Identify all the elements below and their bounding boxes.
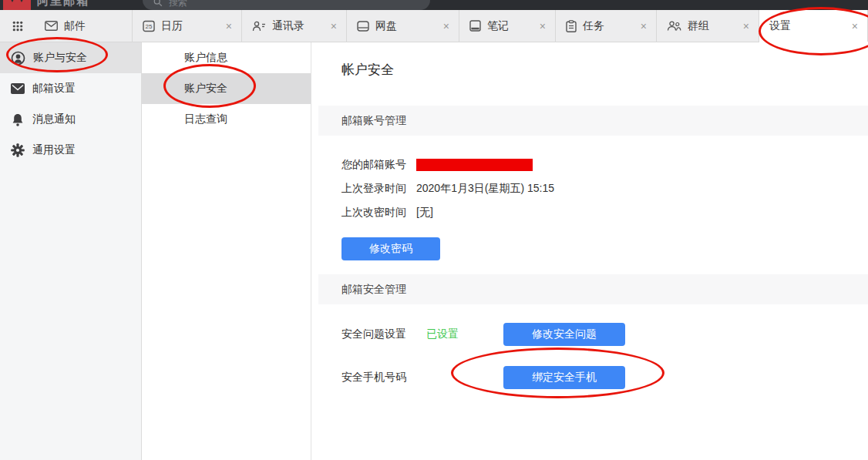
brand-text: 阿里邮箱 [37, 0, 89, 8]
section-header-label: 邮箱账号管理 [341, 114, 406, 128]
drive-icon [357, 21, 369, 32]
tab-notes[interactable]: 笔记 × [459, 10, 556, 42]
sidebar-item-mail-settings[interactable]: 邮箱设置 [0, 73, 141, 104]
close-icon[interactable]: × [224, 19, 234, 33]
settings-sidebar: 账户与安全 邮箱设置 消息通知 [0, 42, 142, 460]
subnav-item-account-info[interactable]: 账户信息 [142, 42, 311, 73]
close-icon[interactable]: × [639, 19, 648, 33]
tab-bar: 邮件 25 日历 × 通讯录 × [0, 10, 868, 42]
sidebar-item-label: 账户与安全 [33, 51, 87, 65]
mail-icon [45, 21, 58, 31]
top-bar: 阿里邮箱 搜索 [0, 0, 868, 10]
account-subnav: 账户信息 账户安全 日志查询 [142, 42, 311, 460]
group-icon [667, 21, 681, 31]
info-row-last-login: 上次登录时间 2020年1月3日(星期五) 15:15 [341, 176, 868, 200]
tab-label: 网盘 [375, 19, 397, 33]
main-content: 帐户安全 邮箱账号管理 您的邮箱账号 上次登录时间 2020年1月3日(星期五)… [311, 42, 868, 460]
change-security-question-button[interactable]: 修改安全问题 [503, 323, 625, 346]
info-label: 上次登录时间 [341, 182, 416, 196]
info-value: 2020年1月3日(星期五) 15:15 [416, 182, 554, 196]
account-info-rows: 您的邮箱账号 上次登录时间 2020年1月3日(星期五) 15:15 上次改密时… [341, 153, 868, 224]
security-question-label: 安全问题设置 [341, 327, 426, 341]
subnav-item-account-security[interactable]: 账户安全 [142, 73, 311, 104]
tab-label: 日历 [161, 19, 183, 33]
close-icon[interactable]: × [742, 19, 751, 33]
tab-label: 通讯录 [272, 19, 304, 33]
close-icon[interactable]: × [329, 19, 338, 33]
status-badge-question-set: 已设置 [426, 327, 459, 341]
app-grid-button[interactable] [0, 10, 35, 42]
close-icon[interactable]: × [538, 19, 547, 33]
sidebar-item-general-settings[interactable]: 通用设置 [0, 135, 141, 166]
calendar-icon: 25 [143, 20, 155, 32]
task-icon [566, 20, 577, 32]
tab-label: 群组 [688, 19, 709, 33]
security-phone-label: 安全手机号码 [341, 371, 426, 384]
tab-settings[interactable]: 设置 × [759, 10, 868, 42]
close-icon[interactable]: × [850, 19, 860, 33]
close-icon[interactable]: × [442, 19, 451, 33]
tab-mail[interactable]: 邮件 [35, 10, 133, 42]
tab-label: 任务 [583, 19, 604, 33]
tab-drive[interactable]: 网盘 × [347, 10, 459, 42]
alimail-logo-icon [2, 0, 32, 10]
grid-icon [12, 21, 23, 32]
subnav-item-log-query[interactable]: 日志查询 [142, 104, 311, 135]
note-icon [469, 20, 481, 32]
sidebar-item-label: 通用设置 [32, 143, 76, 157]
tab-calendar[interactable]: 25 日历 × [133, 10, 242, 42]
info-value: [无] [416, 206, 433, 220]
gear-icon [11, 143, 25, 157]
info-label: 上次改密时间 [341, 206, 416, 220]
sidebar-item-account-security[interactable]: 账户与安全 [0, 42, 141, 73]
security-phone-row: 安全手机号码 绑定安全手机 [341, 366, 868, 389]
sidebar-item-label: 消息通知 [32, 112, 76, 126]
tab-groups[interactable]: 群组 × [657, 10, 759, 42]
page-title: 帐户安全 [311, 42, 868, 79]
tab-contacts[interactable]: 通讯录 × [242, 10, 347, 42]
section-header-security-management: 邮箱安全管理 [318, 274, 868, 304]
info-row-email: 您的邮箱账号 [341, 153, 868, 176]
svg-text:25: 25 [146, 23, 153, 30]
info-label: 您的邮箱账号 [341, 158, 416, 172]
bell-icon [11, 113, 25, 126]
tab-label: 邮件 [64, 19, 86, 33]
security-question-row: 安全问题设置 已设置 修改安全问题 [341, 323, 868, 346]
sidebar-item-notifications[interactable]: 消息通知 [0, 104, 141, 135]
tab-tasks[interactable]: 任务 × [556, 10, 657, 42]
search-input[interactable]: 搜索 [143, 0, 430, 10]
bind-security-phone-button[interactable]: 绑定安全手机 [503, 366, 625, 389]
envelope-icon [11, 83, 25, 94]
section-header-label: 邮箱安全管理 [341, 283, 406, 297]
sidebar-item-label: 邮箱设置 [32, 82, 76, 96]
redacted-email-value [416, 159, 533, 171]
tab-label: 设置 [769, 19, 791, 33]
subnav-item-label: 账户安全 [184, 82, 227, 96]
change-password-button[interactable]: 修改密码 [341, 237, 440, 260]
tab-label: 笔记 [487, 19, 509, 33]
info-row-last-password-change: 上次改密时间 [无] [341, 200, 868, 224]
subnav-item-label: 账户信息 [184, 51, 227, 65]
search-icon [153, 0, 163, 7]
app-window: 阿里邮箱 搜索 [0, 0, 868, 460]
account-icon [11, 51, 25, 65]
section-header-account-management: 邮箱账号管理 [318, 106, 868, 136]
contacts-icon [252, 21, 266, 32]
subnav-item-label: 日志查询 [184, 112, 227, 126]
search-placeholder: 搜索 [169, 0, 187, 7]
